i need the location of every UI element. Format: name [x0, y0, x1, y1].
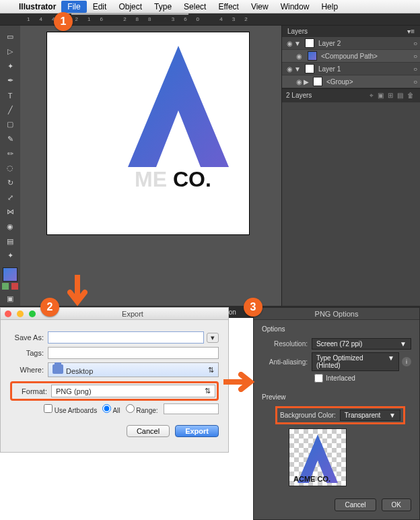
antialiasing-select[interactable]: Type Optimized (Hinted)▼: [312, 352, 399, 371]
eyedropper-tool-icon[interactable]: ✦: [2, 249, 18, 263]
menu-window[interactable]: Window: [275, 1, 316, 13]
format-highlight: Format:PNG (png)⇅: [10, 381, 219, 401]
make-clip-icon[interactable]: ▣: [378, 92, 384, 99]
png-options-dialog: PNG Options Options Resolution:Screen (7…: [253, 307, 420, 520]
antialiasing-label: Anti-aliasing:: [262, 358, 312, 366]
layers-footer: 2 Layers ⌖▣⊞▤🗑: [282, 88, 420, 102]
screen-mode-icon[interactable]: ▣: [2, 292, 18, 305]
menu-file[interactable]: File: [61, 1, 86, 13]
pen-tool-icon[interactable]: ✒: [2, 74, 18, 88]
layer-row[interactable]: ◉▼Layer 1○: [282, 63, 420, 75]
panel-menu-icon[interactable]: ▾≡: [407, 28, 415, 35]
type-tool-icon[interactable]: T: [2, 89, 18, 102]
scale-tool-icon[interactable]: ⤢: [2, 191, 18, 204]
close-icon[interactable]: [5, 311, 11, 317]
color-mode-icon[interactable]: [11, 283, 18, 290]
visibility-icon[interactable]: ◉: [294, 53, 304, 60]
fill-swatch[interactable]: [3, 267, 18, 282]
layer-row[interactable]: ◉▼Layer 2○: [282, 37, 420, 50]
export-titlebar: Export: [1, 308, 228, 320]
menu-view[interactable]: View: [245, 1, 275, 13]
pencil-tool-icon[interactable]: ✏: [2, 147, 18, 160]
resolution-label: Resolution:: [262, 340, 312, 348]
cancel-button[interactable]: Cancel: [127, 425, 170, 437]
tags-label: Tags:: [10, 349, 48, 357]
menu-select[interactable]: Select: [178, 1, 212, 13]
line-tool-icon[interactable]: ╱: [2, 103, 18, 117]
callout-badge-3: 3: [244, 298, 262, 317]
where-label: Where:: [10, 366, 48, 374]
use-artboards-checkbox[interactable]: Use Artboards: [44, 404, 97, 414]
direct-selection-tool-icon[interactable]: ▷: [2, 45, 18, 59]
interlaced-checkbox[interactable]: Interlaced: [314, 374, 411, 383]
gradient-tool-icon[interactable]: ▤: [2, 234, 18, 248]
layers-panel: Layers▾≡ ◉▼Layer 2○ ◉<Compound Path>○ ◉▼…: [281, 26, 420, 306]
chevron-down-icon: ▼: [400, 340, 407, 348]
resolution-select[interactable]: Screen (72 ppi)▼: [312, 338, 411, 350]
layers-header[interactable]: Layers▾≡: [282, 26, 420, 37]
eraser-tool-icon[interactable]: ◌: [2, 162, 18, 175]
cancel-button[interactable]: Cancel: [335, 498, 376, 511]
callout-badge-2: 2: [40, 298, 59, 317]
menu-edit[interactable]: Edit: [87, 1, 113, 13]
rectangle-tool-icon[interactable]: ▢: [2, 118, 18, 131]
info-icon[interactable]: i: [402, 357, 411, 366]
menu-object[interactable]: Object: [112, 1, 148, 13]
new-sublayer-icon[interactable]: ⊞: [388, 92, 393, 99]
export-button[interactable]: Export: [175, 425, 219, 437]
layer-row[interactable]: ◉▶<Group>○: [282, 75, 420, 88]
menu-help[interactable]: Help: [315, 1, 344, 13]
preview-thumbnail: ACME CO.: [289, 428, 347, 486]
where-select[interactable]: Desktop⇅: [48, 362, 219, 377]
selection-tool-icon[interactable]: ▭: [2, 30, 18, 44]
locate-icon[interactable]: ⌖: [370, 92, 374, 99]
workspace: ▭ ▷ ✦ ✒ T ╱ ▢ ✎ ✏ ◌ ↻ ⤢ ⋈ ◉ ▤ ✦ ▣ ME CO.…: [0, 26, 420, 306]
delete-icon[interactable]: 🗑: [407, 92, 414, 99]
all-radio[interactable]: All: [102, 404, 120, 414]
tags-input[interactable]: [48, 347, 219, 359]
canvas-area[interactable]: ME CO.: [20, 26, 281, 306]
range-radio[interactable]: Range:: [126, 404, 158, 414]
file-menu-dropdown: [71, 13, 188, 15]
background-color-select[interactable]: Transparent▼: [340, 410, 400, 421]
zoom-icon[interactable]: [29, 311, 36, 317]
format-label: Format:: [13, 387, 51, 395]
chevron-down-icon: ▼: [388, 354, 394, 369]
new-layer-icon[interactable]: ▤: [397, 92, 403, 99]
minimize-icon[interactable]: [17, 311, 24, 317]
chevron-updown-icon: ⇅: [208, 366, 214, 375]
background-color-label: Background Color:: [280, 412, 340, 419]
visibility-icon[interactable]: ◉: [294, 78, 304, 86]
rotate-tool-icon[interactable]: ↻: [2, 176, 18, 190]
logo-text: ME CO.: [135, 167, 211, 192]
artboard: ME CO.: [47, 32, 249, 234]
logo-shape: [128, 46, 229, 167]
menu-type[interactable]: Type: [148, 1, 178, 13]
save-as-input[interactable]: [48, 331, 204, 344]
color-mode-icon[interactable]: [2, 283, 9, 290]
shape-builder-tool-icon[interactable]: ◉: [2, 220, 18, 234]
callout-badge-1: 1: [54, 12, 73, 31]
png-options-title: PNG Options: [254, 308, 419, 320]
layer-row[interactable]: ◉<Compound Path>○: [282, 50, 420, 63]
visibility-icon[interactable]: ◉: [285, 40, 294, 47]
brush-tool-icon[interactable]: ✎: [2, 133, 18, 146]
arrow-down-icon: [67, 275, 88, 308]
visibility-icon[interactable]: ◉: [285, 65, 294, 73]
range-input[interactable]: [164, 403, 219, 414]
chevron-updown-icon: ⇅: [205, 387, 211, 395]
format-select[interactable]: PNG (png)⇅: [51, 385, 215, 397]
menu-effect[interactable]: Effect: [212, 1, 244, 13]
app-name[interactable]: Illustrator: [13, 2, 61, 11]
export-dialog: Export Save As:▾ Tags: Where:Desktop⇅ Fo…: [0, 307, 229, 453]
width-tool-icon[interactable]: ⋈: [2, 205, 18, 219]
ok-button[interactable]: OK: [382, 498, 411, 511]
preview-text: ACME CO.: [293, 475, 330, 483]
mac-menubar: Illustrator File Edit Object Type Select…: [0, 0, 420, 13]
chevron-down-icon: ▼: [389, 412, 396, 419]
magic-wand-tool-icon[interactable]: ✦: [2, 59, 18, 73]
folder-icon: [53, 364, 63, 374]
arrow-right-icon: [223, 372, 257, 392]
expand-icon[interactable]: ▾: [207, 333, 219, 343]
background-highlight: Background Color: Transparent▼: [275, 406, 405, 424]
